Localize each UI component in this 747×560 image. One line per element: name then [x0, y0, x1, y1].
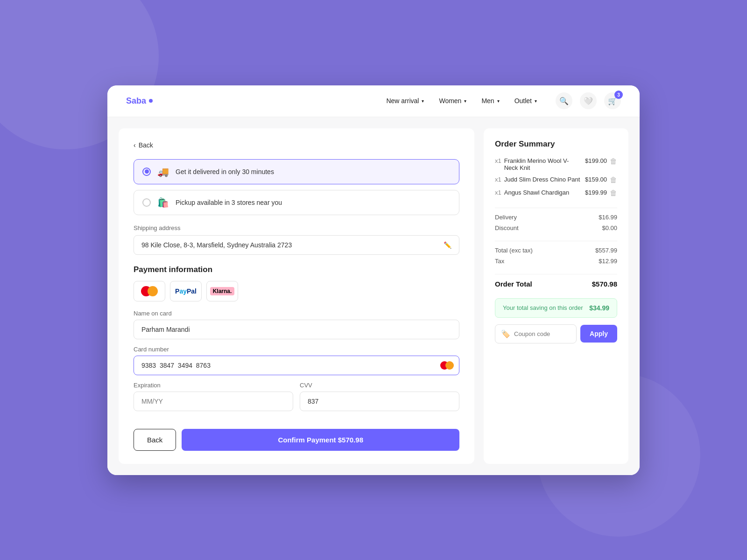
- delivery-pickup-label: Pickup available in 3 stores near you: [176, 199, 282, 206]
- mastercard-icon: [141, 286, 158, 296]
- order-item-1: x1 Franklin Merino Wool V-Neck Knit $199…: [495, 157, 617, 171]
- item3-price: $199.99: [585, 189, 607, 196]
- total-exc-label: Total (exc tax): [495, 247, 533, 254]
- savings-amount: $34.99: [589, 304, 609, 312]
- address-field: 98 Kile Close, 8-3, Marsfield, Sydney Au…: [134, 235, 459, 255]
- divider-3: [495, 274, 617, 274]
- back-button[interactable]: Back: [134, 429, 176, 451]
- nav-men-label: Men: [481, 97, 494, 105]
- shipping-label: Shipping address: [134, 224, 459, 231]
- payment-methods: PayPal Klarna.: [134, 281, 459, 301]
- order-summary-panel: Order Summary x1 Franklin Merino Wool V-…: [484, 128, 628, 464]
- search-button[interactable]: 🔍: [556, 92, 572, 109]
- wishlist-button[interactable]: 🤍: [580, 92, 597, 109]
- expiry-cvv-row: Expiration CVV: [134, 382, 459, 418]
- cart-badge: 3: [614, 91, 623, 99]
- nav-item-new-arrival[interactable]: New arrival ▾: [386, 97, 424, 105]
- card-number-field: Card number: [134, 346, 459, 375]
- order-item-3: x1 Angus Shawl Chardigan $199.99 🗑: [495, 189, 617, 197]
- savings-banner: Your total saving on this order $34.99: [495, 298, 617, 318]
- action-buttons: Back Confirm Payment $570.98: [134, 429, 459, 451]
- confirm-payment-button[interactable]: Confirm Payment $570.98: [182, 429, 459, 451]
- logo-text: Saba: [126, 96, 146, 106]
- item1-price: $199.00: [585, 157, 607, 164]
- cart-button[interactable]: 🛒 3: [604, 92, 621, 109]
- nav-icons: 🔍 🤍 🛒 3: [556, 92, 621, 109]
- nav-new-arrival-label: New arrival: [386, 97, 419, 105]
- order-total-value: $570.98: [592, 280, 617, 288]
- nav-item-outlet[interactable]: Outlet ▾: [514, 97, 537, 105]
- card-number-wrapper: [134, 356, 459, 375]
- savings-text: Your total saving on this order: [503, 304, 583, 311]
- expiration-input[interactable]: [134, 392, 293, 411]
- mastercard-option[interactable]: [134, 281, 165, 301]
- item1-qty: x1: [495, 157, 501, 164]
- cvv-label: CVV: [300, 382, 459, 389]
- nav-item-men[interactable]: Men ▾: [481, 97, 499, 105]
- back-label: Back: [139, 141, 153, 149]
- klarna-icon: Klarna.: [210, 287, 235, 295]
- coupon-input-wrapper: 🏷️: [495, 324, 577, 343]
- delivery-fast-label: Get it delivered in only 30 minutes: [176, 168, 274, 175]
- chevron-down-icon: ▾: [497, 98, 500, 104]
- klarna-option[interactable]: Klarna.: [206, 281, 238, 301]
- item3-delete-icon[interactable]: 🗑: [610, 189, 617, 197]
- expiration-field: Expiration: [134, 382, 293, 411]
- chevron-down-icon: ▾: [535, 98, 537, 104]
- tax-value: $12.99: [599, 258, 617, 265]
- item2-delete-icon[interactable]: 🗑: [610, 176, 617, 184]
- apply-button[interactable]: Apply: [580, 325, 617, 343]
- item3-qty: x1: [495, 189, 501, 196]
- delivery-label: Delivery: [495, 214, 517, 221]
- delivery-value: $16.99: [599, 214, 617, 221]
- radio-pickup[interactable]: [142, 198, 151, 207]
- edit-icon[interactable]: ✏️: [444, 241, 451, 249]
- radio-fast-delivery[interactable]: [142, 168, 151, 176]
- total-exc-row: Total (exc tax) $557.99: [495, 247, 617, 254]
- paypal-icon: PayPal: [175, 287, 197, 295]
- content-area: ‹ Back 🚚 Get it delivered in only 30 min…: [107, 117, 640, 475]
- item1-name: Franklin Merino Wool V-Neck Knit: [504, 157, 581, 171]
- discount-value: $0.00: [602, 224, 617, 231]
- item3-name: Angus Shawl Chardigan: [504, 189, 581, 196]
- expiration-label: Expiration: [134, 382, 293, 389]
- card-number-input[interactable]: [134, 356, 459, 375]
- cvv-input[interactable]: [300, 392, 459, 411]
- card-number-label: Card number: [134, 346, 459, 353]
- back-arrow-icon: ‹: [134, 141, 136, 149]
- delivery-row: Delivery $16.99: [495, 214, 617, 221]
- item2-price: $159.00: [585, 176, 607, 183]
- nav-women-label: Women: [439, 97, 461, 105]
- mc-orange-circle: [148, 286, 158, 296]
- checkout-form-panel: ‹ Back 🚚 Get it delivered in only 30 min…: [119, 128, 474, 464]
- logo-dot: [149, 99, 153, 103]
- order-item-2: x1 Judd Slim Dress Chino Pant $159.00 🗑: [495, 176, 617, 184]
- name-on-card-input[interactable]: [134, 320, 459, 339]
- divider-2: [495, 241, 617, 241]
- coupon-input[interactable]: [514, 330, 571, 337]
- item2-qty: x1: [495, 176, 501, 183]
- order-total-row: Order Total $570.98: [495, 280, 617, 288]
- chevron-down-icon: ▾: [464, 98, 466, 104]
- back-link[interactable]: ‹ Back: [134, 141, 459, 149]
- discount-label: Discount: [495, 224, 519, 231]
- total-exc-value: $557.99: [595, 247, 617, 254]
- search-icon: 🔍: [559, 97, 569, 105]
- truck-icon: 🚚: [157, 166, 169, 177]
- navbar: Saba New arrival ▾ Women ▾ Men ▾: [107, 85, 640, 117]
- payment-title: Payment information: [134, 265, 459, 274]
- order-total-label: Order Total: [495, 280, 532, 288]
- bag-icon: 🛍️: [157, 197, 169, 208]
- delivery-option-fast[interactable]: 🚚 Get it delivered in only 30 minutes: [134, 159, 459, 184]
- name-on-card-field: Name on card: [134, 310, 459, 339]
- name-on-card-label: Name on card: [134, 310, 459, 317]
- paypal-option[interactable]: PayPal: [170, 281, 202, 301]
- discount-row: Discount $0.00: [495, 224, 617, 231]
- delivery-option-pickup[interactable]: 🛍️ Pickup available in 3 stores near you: [134, 190, 459, 215]
- nav-outlet-label: Outlet: [514, 97, 532, 105]
- item2-name: Judd Slim Dress Chino Pant: [504, 176, 581, 183]
- nav-item-women[interactable]: Women ▾: [439, 97, 466, 105]
- nav-links: New arrival ▾ Women ▾ Men ▾ Outlet: [386, 97, 537, 105]
- item1-delete-icon[interactable]: 🗑: [610, 157, 617, 166]
- card-mc-icon: [440, 361, 454, 370]
